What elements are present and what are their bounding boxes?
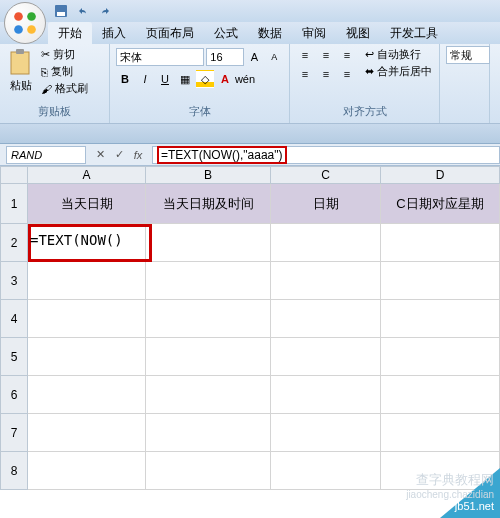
align-bottom-button[interactable]: ≡ [338, 46, 356, 64]
row-header-4[interactable]: 4 [0, 300, 28, 338]
save-icon[interactable] [52, 3, 70, 19]
svg-point-0 [14, 12, 23, 21]
cell-a1[interactable]: 当天日期 [28, 184, 146, 224]
tab-formula[interactable]: 公式 [204, 22, 248, 44]
row-header-2[interactable]: 2 [0, 224, 28, 262]
cell-c4[interactable] [271, 300, 381, 338]
group-font-label: 字体 [116, 102, 283, 121]
cell-b7[interactable] [146, 414, 271, 452]
row-header-1[interactable]: 1 [0, 184, 28, 224]
grow-font-button[interactable]: A [246, 48, 264, 66]
tab-data[interactable]: 数据 [248, 22, 292, 44]
confirm-formula-button[interactable]: ✓ [111, 147, 127, 163]
row-header-7[interactable]: 7 [0, 414, 28, 452]
cell-a4[interactable] [28, 300, 146, 338]
redo-icon[interactable] [96, 3, 114, 19]
active-cell-editing-text: =TEXT(NOW() [30, 232, 123, 248]
cut-button[interactable]: ✂剪切 [40, 46, 89, 63]
row-header-5[interactable]: 5 [0, 338, 28, 376]
bold-button[interactable]: B [116, 70, 134, 88]
format-painter-button[interactable]: 🖌格式刷 [40, 80, 89, 97]
tab-layout[interactable]: 页面布局 [136, 22, 204, 44]
office-button[interactable] [4, 2, 46, 44]
tab-view[interactable]: 视图 [336, 22, 380, 44]
italic-button[interactable]: I [136, 70, 154, 88]
wrap-text-button[interactable]: ↩自动换行 [364, 46, 433, 63]
scissors-icon: ✂ [41, 48, 50, 61]
merge-center-button[interactable]: ⬌合并后居中 [364, 63, 433, 80]
cell-b6[interactable] [146, 376, 271, 414]
cell-a5[interactable] [28, 338, 146, 376]
cell-a3[interactable] [28, 262, 146, 300]
name-box[interactable]: RAND [6, 146, 86, 164]
cell-d3[interactable] [381, 262, 500, 300]
paste-button[interactable]: 粘贴 [6, 46, 36, 97]
tab-dev[interactable]: 开发工具 [380, 22, 448, 44]
font-color-button[interactable]: A [216, 70, 234, 88]
cell-b2[interactable] [146, 224, 271, 262]
cancel-formula-button[interactable]: ✕ [92, 147, 108, 163]
select-all-corner[interactable] [0, 166, 28, 184]
shrink-font-button[interactable]: A [265, 48, 283, 66]
formula-input[interactable]: =TEXT(NOW(),"aaaa") [152, 146, 500, 164]
cell-a6[interactable] [28, 376, 146, 414]
cell-c5[interactable] [271, 338, 381, 376]
border-button[interactable]: ▦ [176, 70, 194, 88]
merge-icon: ⬌ [365, 65, 374, 78]
cell-d2[interactable] [381, 224, 500, 262]
cell-b8[interactable] [146, 452, 271, 490]
cell-d6[interactable] [381, 376, 500, 414]
cell-b4[interactable] [146, 300, 271, 338]
svg-rect-5 [57, 12, 65, 16]
col-header-b[interactable]: B [146, 166, 271, 184]
underline-button[interactable]: U [156, 70, 174, 88]
tab-home[interactable]: 开始 [48, 22, 92, 44]
align-right-button[interactable]: ≡ [338, 65, 356, 83]
ribbon-tabs: 开始 插入 页面布局 公式 数据 审阅 视图 开发工具 [0, 22, 500, 44]
align-center-button[interactable]: ≡ [317, 65, 335, 83]
cell-c1[interactable]: 日期 [271, 184, 381, 224]
col-header-c[interactable]: C [271, 166, 381, 184]
copy-button[interactable]: ⎘复制 [40, 63, 89, 80]
formula-bar: RAND ✕ ✓ fx =TEXT(NOW(),"aaaa") [0, 144, 500, 166]
row-header-8[interactable]: 8 [0, 452, 28, 490]
row-header-3[interactable]: 3 [0, 262, 28, 300]
svg-point-3 [27, 25, 36, 34]
font-size-combo[interactable]: 16 [206, 48, 243, 66]
cell-b1[interactable]: 当天日期及时间 [146, 184, 271, 224]
cell-d5[interactable] [381, 338, 500, 376]
col-header-d[interactable]: D [381, 166, 500, 184]
cell-b3[interactable] [146, 262, 271, 300]
cell-c7[interactable] [271, 414, 381, 452]
group-clipboard-label: 剪贴板 [6, 102, 103, 121]
cell-c8[interactable] [271, 452, 381, 490]
svg-rect-7 [16, 49, 24, 54]
cell-d4[interactable] [381, 300, 500, 338]
cell-a8[interactable] [28, 452, 146, 490]
cell-b5[interactable] [146, 338, 271, 376]
spreadsheet-grid[interactable]: A B C D 1 2 3 4 5 6 7 8 当天日期 当天日期及时间 日期 … [0, 166, 500, 490]
cell-c2[interactable] [271, 224, 381, 262]
phonetic-button[interactable]: wén [236, 70, 254, 88]
cell-a7[interactable] [28, 414, 146, 452]
align-left-button[interactable]: ≡ [296, 65, 314, 83]
cell-d1[interactable]: C日期对应星期 [381, 184, 500, 224]
align-middle-button[interactable]: ≡ [317, 46, 335, 64]
font-name-combo[interactable]: 宋体 [116, 48, 204, 66]
svg-rect-6 [11, 52, 29, 74]
tab-insert[interactable]: 插入 [92, 22, 136, 44]
number-format-combo[interactable]: 常规 [446, 46, 490, 64]
row-header-6[interactable]: 6 [0, 376, 28, 414]
undo-icon[interactable] [74, 3, 92, 19]
watermark: 查字典教程网 jiaocheng.chazidian jb51.net [406, 471, 494, 512]
cell-d7[interactable] [381, 414, 500, 452]
brush-icon: 🖌 [41, 83, 52, 95]
tab-review[interactable]: 审阅 [292, 22, 336, 44]
align-top-button[interactable]: ≡ [296, 46, 314, 64]
fx-button[interactable]: fx [130, 147, 146, 163]
ribbon: 粘贴 ✂剪切 ⎘复制 🖌格式刷 剪贴板 宋体 16 A A B I U ▦ ◇ … [0, 44, 500, 124]
cell-c6[interactable] [271, 376, 381, 414]
cell-c3[interactable] [271, 262, 381, 300]
col-header-a[interactable]: A [28, 166, 146, 184]
fill-color-button[interactable]: ◇ [196, 70, 214, 88]
